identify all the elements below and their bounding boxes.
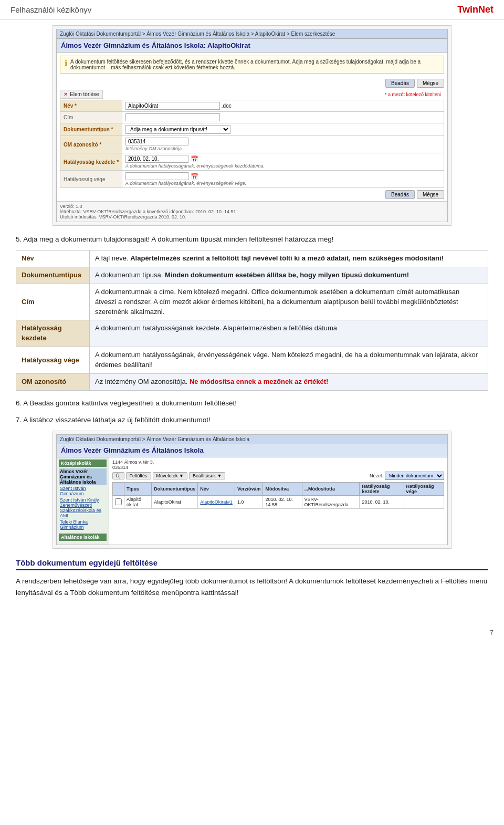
scr2-td-cb — [113, 496, 124, 509]
scr1-input-om[interactable] — [125, 138, 188, 145]
scr2-table-header: Típus Dokumentumtípus Név Verzióvám Módo… — [113, 483, 444, 496]
scr1-required-note: * a mezőt kötelező kitölteni — [385, 92, 444, 97]
scr1-value-doctype: Adja meg a dokumentum típusát! — [122, 123, 444, 136]
scr1-row-om: OM azonosító * Intézmény OM azonosítója — [60, 136, 444, 153]
step7-text: 7. A listához visszatérve láthatja az új… — [16, 415, 488, 425]
properties-table: Név A fájl neve. Alapértelmezés szerint … — [16, 250, 488, 390]
table-field-om: OM azonosító — [16, 373, 90, 390]
delete-icon: ✕ — [64, 91, 68, 97]
scr1-label-hvege: Hatályosság vége — [60, 171, 122, 188]
scr1-beadas-btn-top[interactable]: Beadás — [385, 79, 415, 88]
scr2-sidebar: Középiskolák Álmos Vezér Gimnázium és Ál… — [57, 457, 109, 545]
scr2-sidebar-title2: Általános iskolák — [59, 534, 107, 541]
table-row-hvege: Hatályosság vége A dokumentum hatályossá… — [16, 347, 488, 374]
scr1-footer-modified: Utolsó módosítás: VSRV-OKT\Rendszergazda… — [60, 214, 444, 220]
brand-logo: TwinNet — [457, 4, 494, 15]
scr1-hint-om: Intézmény OM azonosítója — [125, 146, 182, 151]
scr2-btn-feltoltes[interactable]: Feltöltés — [126, 472, 151, 479]
scr1-value-cim — [122, 112, 444, 123]
table-row-om: OM azonosító Az intézmény OM azonosítója… — [16, 373, 488, 390]
scr1-value-hkezdete: 📅 A dokumentum hatályosságának, érvényes… — [122, 153, 444, 171]
desc-doctype-bold: Minden dokumentum esetében állítsa be, h… — [165, 271, 409, 279]
table-field-doctype: Dokumentumtípus — [16, 267, 90, 284]
scr1-row-hkezdete: Hatályosság kezdete * 📅 A dokumentum hat… — [60, 153, 444, 171]
scr1-row-cim: Cím — [60, 112, 444, 123]
scr2-sidebar-item-2[interactable]: Szent István Király Zeneművészeti Szakkö… — [59, 497, 107, 519]
scr2-btn-beallitasok[interactable]: Beállítások ▼ — [189, 472, 225, 479]
scr1-megse-btn-bottom[interactable]: Mégse — [417, 190, 444, 199]
scr1-buttons-top: Beadás Mégse — [57, 77, 447, 90]
scr1-row-doctype: Dokumentumtípus * Adja meg a dokumentum … — [60, 123, 444, 136]
scr1-input-hkezdete[interactable] — [125, 155, 188, 163]
scr2-btn-uj[interactable]: Új — [112, 472, 124, 479]
scr1-input-hvege[interactable] — [125, 172, 188, 180]
scr2-td-name[interactable]: AlapitoOkirat#1 — [198, 496, 235, 509]
scr1-hint-hvege: A dokumentum hatályosságának, érvényessé… — [125, 181, 246, 186]
scr1-row-nev: Név * .doc — [60, 100, 444, 112]
scr2-search-select[interactable]: Minden dokumentum — [385, 472, 444, 480]
table-field-cim: Cím — [16, 284, 90, 320]
scr1-megse-btn-top[interactable]: Mégse — [417, 79, 444, 88]
cal-icon-hkezdete[interactable]: 📅 — [191, 155, 198, 163]
scr2-sidebar-item-3[interactable]: Teleki Blanka Gimnázium — [59, 519, 107, 530]
page-number: 7 — [0, 623, 504, 642]
scr1-delete-bar: ✕ Elem törlése — [60, 90, 103, 99]
scr1-value-nev: .doc — [122, 100, 444, 112]
table-desc-hkezdete: A dokumentum hatályosságának kezdete. Al… — [90, 320, 488, 347]
scr2-th-cb — [113, 483, 124, 496]
scr2-td-modifier: VSRV-OKT\Rendszergazda — [302, 496, 360, 509]
scr2-th-version: Verzióvám — [235, 483, 263, 496]
section-header: Több dokumentum egyidejű feltöltése — [16, 558, 488, 570]
cal-icon-hvege[interactable]: 📅 — [191, 173, 198, 180]
table-field-hvege: Hatályosság vége — [16, 347, 90, 374]
scr2-toolbar: Új Feltöltés Műveletek ▼ Beállítások ▼ N… — [112, 472, 444, 480]
table-desc-doctype: A dokumentum típusa. Minden dokumentum e… — [90, 267, 488, 284]
scr2-table: Típus Dokumentumtípus Név Verzióvám Módo… — [112, 482, 444, 509]
table-desc-om: Az intézmény OM azonosítója. Ne módosíts… — [90, 373, 488, 390]
scr1-input-nev[interactable] — [125, 102, 220, 110]
scr2-org-line2: 035314 — [112, 465, 444, 470]
scr2-th-name: Név — [198, 483, 235, 496]
scr2-th-validity-start: Hatályosság kezdete — [360, 483, 404, 496]
page-header: Felhasználói kézikönyv TwinNet — [0, 0, 504, 20]
scr2-btn-muveletek[interactable]: Műveletek ▼ — [153, 472, 187, 479]
scr2-table-row: Alapító okirat AlapitoOkirat AlapitoOkir… — [113, 496, 444, 509]
scr1-form: Név * .doc Cím Dokumentumtípus * — [60, 100, 444, 188]
scr2-search-label: Nézet: — [370, 473, 383, 478]
scr2-title: Álmos Vezér Gimnázium és Általános Iskol… — [57, 444, 447, 457]
scr2-breadcrumb: Zuglói Oktatási Dokumentumportál > Álmos… — [57, 435, 447, 444]
scr1-label-doctype: Dokumentumtípus * — [60, 123, 122, 136]
scr1-value-om: Intézmény OM azonosítója — [122, 136, 444, 153]
scr2-sidebar-item-1[interactable]: Szent István Gimnázium — [59, 485, 107, 497]
scr1-label-hkezdete: Hatályosság kezdete * — [60, 153, 122, 171]
scr2-sidebar-title: Középiskolák — [59, 460, 107, 467]
screenshot2-container: Zuglói Oktatási Dokumentumportál > Álmos… — [52, 431, 452, 549]
step6-text: 6. A Beadás gombra kattintva véglegesíth… — [16, 398, 488, 409]
scr1-select-doctype[interactable]: Adja meg a dokumentum típusát! — [125, 125, 230, 134]
screenshot1-container: Zuglói Oktatási Dokumentumportál > Álmos… — [52, 25, 452, 226]
scr2-th-modified: Módosítva — [263, 483, 302, 496]
desc-doctype-text: A dokumentum típusa. — [95, 271, 165, 279]
scr2-org-info: 1144 Álmos v. tér 3. 035314 — [112, 460, 444, 470]
screenshot2-inner: Zuglói Oktatási Dokumentumportál > Álmos… — [56, 434, 448, 545]
info-icon: ℹ — [65, 59, 67, 70]
table-row-cim: Cím A dokumentumnak a címe. Nem kötelező… — [16, 284, 488, 320]
table-row-nev: Név A fájl neve. Alapértelmezés szerint … — [16, 250, 488, 267]
table-field-hkezdete: Hatályosság kezdete — [16, 320, 90, 347]
scr1-value-hvege: 📅 A dokumentum hatályosságának, érvényes… — [122, 171, 444, 188]
scr2-sidebar-item-0[interactable]: Álmos Vezér Gimnázium és Általános Iskol… — [59, 468, 107, 485]
page-title: Felhasználói kézikönyv — [10, 5, 91, 14]
table-row-doctype: Dokumentumtípus A dokumentum típusa. Min… — [16, 267, 488, 284]
scr2-th-validity-end: Hatályosság vége — [404, 483, 444, 496]
scr2-td-modified: 2010. 02. 10. 14:58 — [263, 496, 302, 509]
scr2-td-validity-end — [404, 496, 444, 509]
scr1-beadas-btn-bottom[interactable]: Beadás — [385, 190, 415, 199]
scr1-footer-created: létrehozta: VSRV-OKT\Rendszergazda a köv… — [60, 209, 444, 214]
scr2-checkbox[interactable] — [115, 498, 122, 505]
scr1-input-cim[interactable] — [125, 113, 220, 121]
scr1-row-hvege: Hatályosság vége 📅 A dokumentum hatályos… — [60, 171, 444, 188]
desc-nev-bold: Alapértelmezés szerint a feltöltött fájl… — [130, 254, 444, 262]
table-desc-nev: A fájl neve. Alapértelmezés szerint a fe… — [90, 250, 488, 267]
scr2-td-validity-start: 2010. 02. 10. — [360, 496, 404, 509]
desc-om-bold: Ne módosítsa ennek a mezőnek az értékét! — [190, 378, 328, 385]
